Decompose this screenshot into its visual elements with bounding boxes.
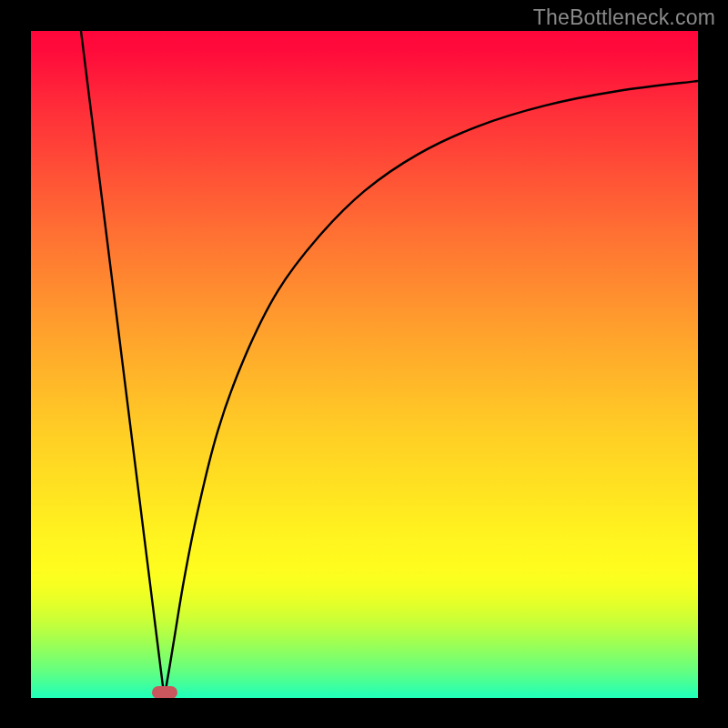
- plot-area: [31, 31, 698, 698]
- bottleneck-curve: [81, 31, 698, 693]
- watermark-label: TheBottleneck.com: [533, 5, 715, 30]
- chart-stage: TheBottleneck.com: [0, 0, 728, 728]
- optimum-marker: [152, 686, 177, 698]
- curve-svg: [31, 31, 698, 698]
